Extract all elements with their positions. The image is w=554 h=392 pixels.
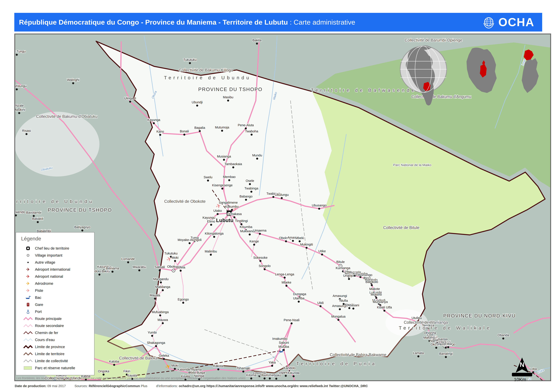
village-label: Risasi (22, 129, 31, 133)
village-label: Eliba (445, 342, 452, 346)
village-label: Batokolo (365, 280, 378, 284)
village-label: Muluba (278, 345, 289, 349)
village-label: Moki (172, 256, 178, 259)
village-label: Moyake-Alungoli (178, 238, 202, 242)
village-marker (291, 322, 293, 324)
village-label: Kano (156, 130, 164, 133)
village-label: Loba (530, 367, 537, 371)
village-marker (259, 260, 261, 262)
village-label: Tukutuku (183, 58, 196, 62)
legend-item-icon-line (21, 351, 35, 356)
village-marker (269, 378, 271, 379)
village-important-dot (173, 270, 174, 271)
village-marker (18, 112, 20, 114)
village-label: Tambaokaia (224, 162, 242, 166)
legend-item-label: Route principale (35, 317, 62, 321)
village-marker (245, 199, 247, 201)
village-marker (183, 134, 185, 136)
terrain-highlight (15, 112, 99, 176)
map-graphics: ✈✈✈✈✈Pene-TunguAmatshilunguWalinghiNzale… (15, 35, 550, 380)
footer: Date de production: 09 mai 2017 Sources:… (15, 384, 551, 388)
village-label: Masikini (15, 108, 25, 112)
area-label: Collectivité de Bakumu d'Angumu (411, 94, 471, 99)
village-label: Bagalia (194, 126, 205, 129)
area-label: Parc National de la Maiko (393, 163, 431, 167)
village-marker (253, 244, 255, 246)
village-marker (250, 191, 252, 193)
village-marker (217, 368, 219, 370)
legend-item: Parc et réserve naturelle (21, 364, 94, 371)
village-label: Elimo (207, 220, 215, 223)
area-label: PROVINCE DU TSHOPO (48, 207, 112, 213)
village-marker (210, 224, 212, 226)
area-label: PROVINCE DU TSHOPO (198, 87, 263, 92)
village-label: Ntufia (339, 299, 348, 302)
village-marker (383, 310, 386, 312)
legend-item-icon-autre (21, 260, 35, 265)
legend-item-label: Limite de territoire (35, 352, 64, 356)
village-marker (33, 215, 35, 217)
village-marker (182, 302, 184, 304)
village-label: Mbeke (281, 281, 291, 284)
legend-item-label: Village important (35, 253, 62, 258)
village-marker (240, 223, 242, 225)
page-title: République Démocratique du Congo - Provi… (19, 18, 355, 26)
village-label: Masibu (223, 95, 233, 99)
village-marker (81, 230, 83, 231)
village-marker (129, 101, 131, 103)
village-marker (221, 130, 223, 132)
legend-item: Bac (21, 294, 94, 301)
legend-item-label: Aérodrome (35, 281, 53, 286)
village-label: Kima (266, 373, 273, 377)
village-label: Kakota (213, 364, 224, 368)
village-label: Tukutuku (164, 252, 177, 255)
village-label: Ubili (317, 301, 324, 305)
village-marker (159, 134, 161, 136)
village-marker (159, 269, 161, 271)
village-marker (251, 134, 252, 136)
village-marker (284, 277, 286, 279)
footer-info-links[interactable]: https://.humanitarianresponse.info/fr ww… (206, 384, 368, 388)
map-canvas[interactable]: ✈✈✈✈✈Pene-TunguAmatshilunguWalinghiNzale… (14, 34, 551, 381)
village-label: Lamata (413, 351, 424, 355)
village-marker (348, 278, 350, 280)
legend-item-icon-train (21, 302, 35, 307)
legend-item-icon-line (21, 323, 35, 328)
village-marker (155, 345, 157, 347)
village-label: Pene-Nsali (284, 318, 300, 322)
village-marker (320, 305, 322, 307)
footer-sources-suffix: Plus (141, 384, 147, 388)
village-marker (447, 346, 449, 348)
village-label: Batiakili (32, 217, 43, 221)
village-label: Banalingi (439, 352, 452, 356)
legend-item-icon-chef (21, 246, 35, 251)
village-marker (272, 196, 274, 198)
legend-item: Limite de collectivité (21, 357, 94, 364)
village-label: Pene-Tungu (15, 49, 26, 53)
village-marker (180, 270, 182, 272)
village-marker (285, 375, 287, 377)
village-marker (293, 375, 295, 377)
village-marker (163, 358, 165, 360)
village-marker (138, 269, 140, 271)
area-label: Territoire de Bafwasende (311, 88, 416, 93)
village-label: Songolo (259, 264, 271, 268)
village-marker (318, 208, 320, 210)
village-marker (217, 213, 219, 215)
legend-item-label: Aéroport international (35, 267, 70, 272)
footer-info-email[interactable]: ochadrc@un.org (179, 384, 205, 388)
village-marker (162, 289, 164, 291)
village-label: Sokesoke (253, 256, 267, 259)
village-label: Kilongalonga (205, 232, 224, 235)
village-label: Munyanya (373, 300, 388, 304)
village-marker (283, 349, 285, 351)
area-label: Collectivité de Bakumu-d'Obiatuku (36, 114, 98, 119)
village-label: Membao (223, 175, 236, 179)
legend-item: Limite de province (21, 343, 94, 350)
legend-item-icon-line (21, 337, 35, 342)
village-label: Kayunga (147, 118, 160, 122)
village-marker (445, 356, 447, 358)
village-label: Utike (318, 249, 326, 253)
village-marker (306, 247, 308, 249)
village-label: Babango (239, 195, 252, 198)
